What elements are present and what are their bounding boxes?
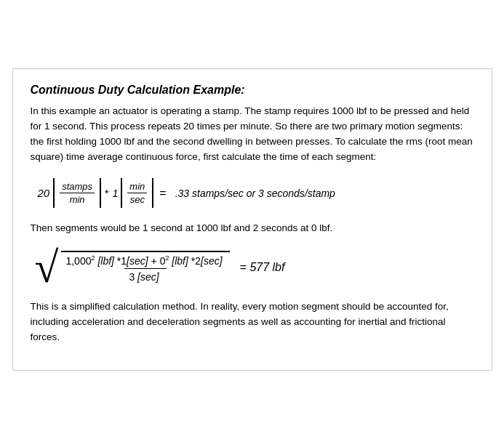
radicand: 1,0002 [lbf] *1[sec] + 02 [lbf] *2[sec] … — [61, 251, 229, 286]
formula1-fraction1: stamps min — [60, 181, 95, 205]
formula1-block: 20 stamps min * 1 min sec = .33 stamps/s… — [38, 178, 474, 208]
formula1-star: * — [105, 188, 108, 199]
paragraph2: Then segments would be 1 second at 1000 … — [31, 221, 474, 236]
formula1-frac1-den: min — [68, 193, 87, 205]
formula1-frac1-num: stamps — [60, 181, 95, 193]
paragraph3: This is a simplified calculation method.… — [31, 299, 474, 345]
sqrt-icon: √ — [35, 249, 59, 286]
paragraph1: In this example an actuator is operating… — [31, 104, 474, 165]
formula1-multiplier: 20 — [38, 187, 50, 199]
radicand-denominator: 3 [sec] — [124, 268, 166, 285]
formula1-result: .33 stamps/sec or 3 seconds/stamp — [175, 188, 335, 199]
radicand-numerator: 1,0002 [lbf] *1[sec] + 02 [lbf] *2[sec] — [61, 252, 229, 269]
formula2-result: = 577 lbf — [240, 261, 285, 274]
formula1-coeff: 1 — [113, 188, 119, 199]
formula2-block: √ 1,0002 [lbf] *1[sec] + 02 [lbf] *2[sec… — [35, 249, 474, 286]
formula1-frac2-num: min — [127, 181, 147, 193]
page-title: Continuous Duty Calculation Example: — [31, 84, 474, 97]
main-container: Continuous Duty Calculation Example: In … — [12, 68, 492, 370]
formula1-frac2-den: sec — [128, 193, 147, 205]
formula1-fraction2: min sec — [127, 181, 147, 205]
formula1-equals: = — [159, 187, 166, 200]
